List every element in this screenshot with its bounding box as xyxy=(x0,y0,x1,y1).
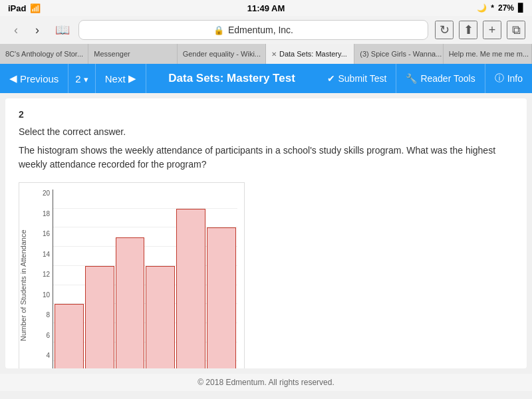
bars-wrapper xyxy=(53,190,237,368)
nav-arrows: ‹ › xyxy=(7,21,47,39)
reader-tools-button[interactable]: 🔧 Reader Tools xyxy=(396,64,485,93)
tab-data-sets[interactable]: ✕ Data Sets: Mastery... xyxy=(266,44,354,64)
next-label: Next xyxy=(105,73,126,84)
tab-label: Messenger xyxy=(94,50,130,58)
carrier-label: iPad xyxy=(8,3,26,13)
submit-test-button[interactable]: ✔ Submit Test xyxy=(318,64,397,93)
address-text: Edmentum, Inc. xyxy=(228,25,293,35)
wrench-icon: 🔧 xyxy=(406,73,417,84)
nav-actions: ↻ ⬆ + ⧉ xyxy=(435,21,525,39)
bluetooth-icon: * xyxy=(491,3,494,13)
question-number-display: 2 xyxy=(19,109,513,120)
question-body-text: The histogram shows the weekly attendanc… xyxy=(19,144,513,172)
status-bar: iPad 📶 11:49 AM 🌙 * 27% ▊ xyxy=(0,0,532,16)
status-right: 🌙 * 27% ▊ xyxy=(477,3,524,13)
previous-button[interactable]: ◀ Previous xyxy=(0,64,68,93)
previous-label: Previous xyxy=(20,73,59,84)
bar-4 xyxy=(146,266,175,368)
info-button[interactable]: ⓘ Info xyxy=(485,64,532,93)
y-label-8: 8 xyxy=(46,311,50,319)
y-label-16: 16 xyxy=(43,230,50,237)
wifi-icon: 📶 xyxy=(30,3,41,13)
lock-icon: 🔒 xyxy=(213,25,224,35)
info-label: Info xyxy=(507,73,523,84)
bar-6 xyxy=(207,227,236,368)
tab-close-icon[interactable]: ✕ xyxy=(271,51,277,58)
forward-button[interactable]: › xyxy=(28,21,47,39)
bar-5 xyxy=(176,209,205,368)
histogram-chart: Number of Students in Attendance 20 18 1… xyxy=(19,182,245,368)
prev-arrow-icon: ◀ xyxy=(9,72,17,84)
browser-tabs: 8C's Anthology of Stor... Messenger Gend… xyxy=(0,44,532,64)
time-display: 11:49 AM xyxy=(247,3,285,13)
question-number: 2 xyxy=(75,73,80,84)
y-label-20: 20 xyxy=(43,190,50,197)
y-label-12: 12 xyxy=(43,271,50,278)
tab-help[interactable]: Help me. Me me me m... xyxy=(444,44,532,64)
tab-label: Help me. Me me me m... xyxy=(449,50,529,58)
tab-label: (3) Spice Girls - Wanna... xyxy=(360,50,442,58)
bookmarks-icon: 📖 xyxy=(53,21,72,39)
bar-2 xyxy=(85,266,114,368)
next-arrow-icon: ▶ xyxy=(128,72,136,84)
next-button[interactable]: Next ▶ xyxy=(96,64,146,93)
back-button[interactable]: ‹ xyxy=(7,21,25,39)
tab-anthology[interactable]: 8C's Anthology of Stor... xyxy=(0,44,88,64)
y-axis: 20 18 16 14 12 10 8 6 4 2 xyxy=(34,190,53,368)
y-axis-label: Number of Students in Attendance xyxy=(19,190,31,368)
tab-label: 8C's Anthology of Stor... xyxy=(5,50,83,58)
browser-nav-bar: ‹ › 📖 🔒 Edmentum, Inc. ↻ ⬆ + ⧉ xyxy=(0,16,532,44)
bar-1 xyxy=(55,304,84,368)
reload-button[interactable]: ↻ xyxy=(435,21,454,39)
share-button[interactable]: ⬆ xyxy=(459,21,477,39)
chart-plot xyxy=(53,190,237,368)
address-bar[interactable]: 🔒 Edmentum, Inc. xyxy=(78,20,428,40)
chart-inner: 20 18 16 14 12 10 8 6 4 2 xyxy=(34,190,237,368)
page-title: Data Sets: Mastery Test xyxy=(146,72,318,85)
y-label-10: 10 xyxy=(43,291,50,299)
y-label-18: 18 xyxy=(43,210,50,217)
moon-icon: 🌙 xyxy=(477,3,487,13)
battery-icon: ▊ xyxy=(518,3,524,13)
battery-level: 27% xyxy=(498,3,514,13)
footer-text: © 2018 Edmentum. All rights reserved. xyxy=(198,378,334,387)
chart-area: 20 18 16 14 12 10 8 6 4 2 xyxy=(34,190,237,368)
tab-gender-equality[interactable]: Gender equality - Wiki... xyxy=(178,44,266,64)
question-selector[interactable]: 2 xyxy=(68,64,95,93)
bar-3 xyxy=(116,237,145,368)
tab-spice-girls[interactable]: (3) Spice Girls - Wanna... xyxy=(354,44,443,64)
tab-messenger[interactable]: Messenger xyxy=(88,44,177,64)
app-toolbar: ◀ Previous 2 Next ▶ Data Sets: Mastery T… xyxy=(0,64,532,93)
tab-switcher-button[interactable]: ⧉ xyxy=(507,21,525,39)
tab-label: Data Sets: Mastery... xyxy=(279,50,347,58)
info-icon: ⓘ xyxy=(495,72,504,84)
status-left: iPad 📶 xyxy=(8,3,41,13)
tab-label: Gender equality - Wiki... xyxy=(183,50,261,58)
checkmark-icon: ✔ xyxy=(327,73,335,84)
content-area: 2 Select the correct answer. The histogr… xyxy=(5,98,527,368)
chevron-down-icon xyxy=(84,73,88,84)
reader-tools-label: Reader Tools xyxy=(420,73,475,84)
footer: © 2018 Edmentum. All rights reserved. xyxy=(0,374,532,391)
y-label-4: 4 xyxy=(46,352,50,359)
submit-label: Submit Test xyxy=(338,73,387,84)
y-label-14: 14 xyxy=(43,251,50,258)
new-tab-button[interactable]: + xyxy=(483,21,501,39)
select-answer-text: Select the correct answer. xyxy=(19,126,513,137)
y-label-6: 6 xyxy=(46,332,50,339)
